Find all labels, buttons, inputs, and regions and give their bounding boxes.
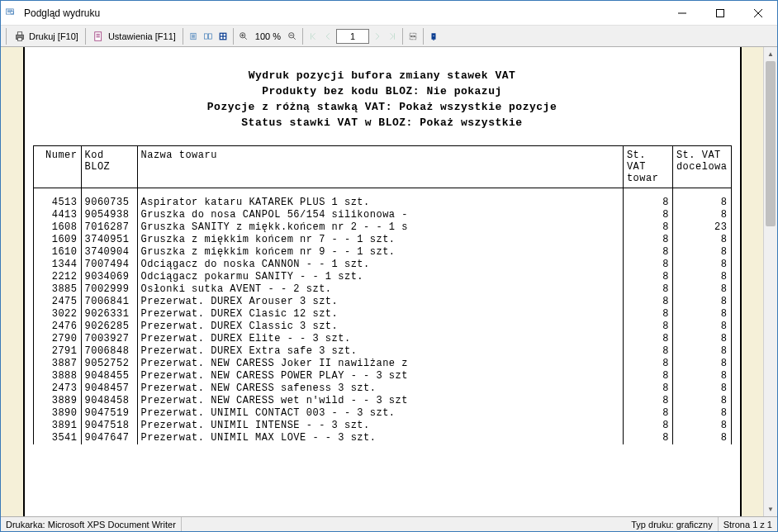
col-num: Numer bbox=[33, 146, 81, 188]
vertical-scrollbar[interactable]: ▲ ▼ bbox=[763, 47, 777, 516]
status-page: Strona 1 z 1 bbox=[719, 517, 777, 531]
view-single-icon[interactable] bbox=[187, 30, 200, 43]
last-page-icon[interactable] bbox=[386, 30, 399, 43]
fit-width-icon[interactable] bbox=[406, 30, 420, 43]
cell-bloz: 7016287 bbox=[81, 221, 137, 234]
svg-rect-8 bbox=[204, 33, 207, 38]
cell-bloz: 9048458 bbox=[81, 395, 137, 407]
header-line: Pozycje z różną stawką VAT: Pokaż wszyst… bbox=[33, 100, 732, 116]
zoom-in-icon[interactable] bbox=[237, 30, 250, 43]
cell-num: 1344 bbox=[33, 259, 81, 271]
cell-vat-target: 8 bbox=[672, 246, 731, 259]
cell-name: Odciągacz do noska CANNON - - 1 szt. bbox=[137, 259, 623, 271]
settings-button[interactable]: Ustawienia [F11] bbox=[89, 27, 179, 45]
cell-vat-target: 8 bbox=[672, 382, 731, 395]
zoom-out-icon[interactable] bbox=[286, 30, 299, 43]
cell-bloz: 7002999 bbox=[81, 283, 137, 296]
close-button[interactable] bbox=[739, 1, 777, 26]
cell-vat-target: 8 bbox=[672, 333, 731, 345]
cell-vat-item: 8 bbox=[623, 407, 672, 420]
scroll-thumb[interactable] bbox=[766, 61, 776, 226]
svg-rect-2 bbox=[717, 9, 724, 17]
cell-bloz: 9048457 bbox=[81, 382, 137, 395]
cell-name: Prezerwat. NEW CARESS Joker II nawilżane… bbox=[137, 358, 623, 370]
exit-icon[interactable] bbox=[427, 30, 440, 43]
minimize-button[interactable] bbox=[663, 1, 701, 26]
cell-vat-item: 8 bbox=[623, 283, 672, 296]
header-line: Status stawki VAT w BLOZ: Pokaż wszystki… bbox=[33, 116, 732, 131]
cell-vat-target: 8 bbox=[672, 395, 731, 407]
printer-icon bbox=[13, 30, 26, 43]
cell-name: Aspirator kataru KATAREK PLUS 1 szt. bbox=[137, 188, 623, 209]
print-button[interactable]: Drukuj [F10] bbox=[10, 27, 82, 45]
cell-name: Prezerwat. DUREX Arouser 3 szt. bbox=[137, 296, 623, 308]
first-page-icon[interactable] bbox=[306, 30, 320, 43]
cell-vat-target: 8 bbox=[672, 308, 731, 321]
table-row: 38879052752Prezerwat. NEW CARESS Joker I… bbox=[33, 358, 731, 370]
scroll-up-icon[interactable]: ▲ bbox=[764, 47, 777, 61]
table-row: 16087016287Gruszka SANITY z miękk.końcem… bbox=[33, 221, 731, 234]
table-row: 38899048458Prezerwat. NEW CARESS wet n'w… bbox=[33, 395, 731, 407]
cell-name: Prezerwat. NEW CARESS wet n'wild - - 3 s… bbox=[137, 395, 623, 407]
svg-rect-12 bbox=[223, 33, 225, 36]
report-page: Wydruk pozycji bufora zmiany stawek VAT … bbox=[23, 47, 742, 516]
table-row: 24769026285Prezerwat. DUREX Classic 3 sz… bbox=[33, 321, 731, 333]
cell-name: Gruszka SANITY z miękk.końcem nr 2 - - 1… bbox=[137, 221, 623, 234]
svg-rect-13 bbox=[221, 36, 223, 39]
app-icon bbox=[6, 7, 19, 20]
view-multi-icon[interactable] bbox=[202, 30, 215, 43]
cell-vat-item: 8 bbox=[623, 246, 672, 259]
cell-vat-item: 8 bbox=[623, 271, 672, 283]
cell-bloz: 3740951 bbox=[81, 234, 137, 246]
cell-num: 2475 bbox=[33, 296, 81, 308]
cell-vat-item: 8 bbox=[623, 188, 672, 209]
zoom-level: 100 % bbox=[252, 31, 284, 41]
report-table: Numer Kod BLOZ Nazwa towaru St. VAT towa… bbox=[33, 145, 732, 444]
scroll-down-icon[interactable]: ▼ bbox=[764, 502, 777, 516]
next-page-icon[interactable] bbox=[371, 30, 384, 43]
cell-bloz: 9054938 bbox=[81, 209, 137, 221]
view-grid-icon[interactable] bbox=[216, 30, 230, 43]
cell-vat-item: 8 bbox=[623, 432, 672, 444]
header-line: Produkty bez kodu BLOZ: Nie pokazuj bbox=[33, 84, 732, 100]
header-line: Wydruk pozycji bufora zmiany stawek VAT bbox=[33, 69, 732, 84]
cell-name: Prezerwat. NEW CARESS safeness 3 szt. bbox=[137, 382, 623, 395]
cell-vat-target: 8 bbox=[672, 432, 731, 444]
cell-bloz: 7003927 bbox=[81, 333, 137, 345]
cell-num: 1609 bbox=[33, 234, 81, 246]
cell-name: Prezerwat. UNIMIL MAX LOVE - - 3 szt. bbox=[137, 432, 623, 444]
table-row: 22129034069Odciągacz pokarmu SANITY - - … bbox=[33, 271, 731, 283]
cell-name: Osłonki sutka AVENT - - 2 szt. bbox=[137, 283, 623, 296]
cell-bloz: 9047518 bbox=[81, 420, 137, 432]
svg-rect-9 bbox=[208, 33, 211, 38]
cell-vat-target: 8 bbox=[672, 358, 731, 370]
table-row: 38889048455Prezerwat. NEW CARESS POWER P… bbox=[33, 370, 731, 382]
cell-bloz: 7006841 bbox=[81, 296, 137, 308]
cell-vat-target: 8 bbox=[672, 283, 731, 296]
svg-rect-7 bbox=[191, 33, 196, 40]
col-bloz: Kod BLOZ bbox=[81, 146, 137, 188]
table-header-row: Numer Kod BLOZ Nazwa towaru St. VAT towa… bbox=[33, 146, 731, 188]
maximize-button[interactable] bbox=[701, 1, 739, 26]
status-type: Typ druku: graficzny bbox=[626, 517, 718, 531]
cell-num: 3885 bbox=[33, 283, 81, 296]
cell-vat-item: 8 bbox=[623, 321, 672, 333]
prev-page-icon[interactable] bbox=[321, 30, 334, 43]
svg-rect-14 bbox=[223, 36, 225, 39]
cell-vat-item: 8 bbox=[623, 209, 672, 221]
table-row: 35419047647Prezerwat. UNIMIL MAX LOVE - … bbox=[33, 432, 731, 444]
preview-area: Wydruk pozycji bufora zmiany stawek VAT … bbox=[1, 47, 777, 516]
cell-name: Prezerwat. UNIMIL INTENSE - - 3 szt. bbox=[137, 420, 623, 432]
cell-num: 3891 bbox=[33, 420, 81, 432]
cell-bloz: 9060735 bbox=[81, 188, 137, 209]
table-row: 27917006848Prezerwat. DUREX Extra safe 3… bbox=[33, 345, 731, 358]
cell-vat-item: 8 bbox=[623, 234, 672, 246]
cell-vat-target: 23 bbox=[672, 221, 731, 234]
report-header: Wydruk pozycji bufora zmiany stawek VAT … bbox=[33, 69, 732, 131]
cell-name: Prezerwat. UNIMIL CONTACT 003 - - 3 szt. bbox=[137, 407, 623, 420]
page-number-input[interactable] bbox=[336, 29, 369, 44]
titlebar: Podgląd wydruku bbox=[1, 1, 777, 26]
cell-vat-target: 8 bbox=[672, 407, 731, 420]
cell-name: Gruszka z miękkim końcem nr 7 - - 1 szt. bbox=[137, 234, 623, 246]
cell-bloz: 9026331 bbox=[81, 308, 137, 321]
